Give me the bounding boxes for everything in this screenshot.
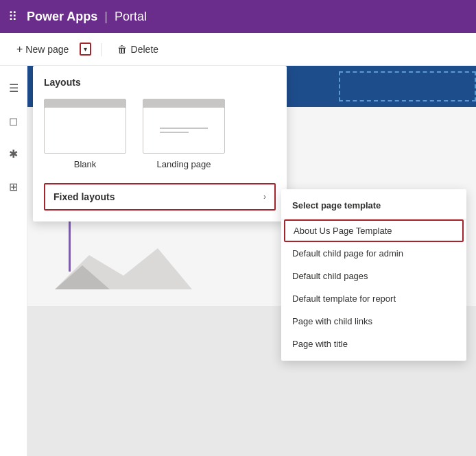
blank-layout-option[interactable]: Blank (44, 99, 126, 169)
landing-thumbnail (143, 99, 225, 154)
submenu-item-about-us[interactable]: About Us Page Template (284, 219, 464, 242)
fixed-layouts-chevron-icon: › (263, 192, 266, 202)
portal-label: Portal (115, 10, 147, 24)
landing-thumb-lines (160, 125, 209, 136)
topbar: ⠿ Power Apps | Portal (0, 0, 476, 33)
sidebar-icon-pages[interactable]: ☰ (3, 77, 25, 99)
submenu-item-page-title[interactable]: Page with title (281, 333, 466, 355)
plus-icon: + (16, 43, 23, 56)
toolbar: + New page ▾ | 🗑 Delete (0, 33, 476, 66)
sidebar-icon-components[interactable]: ◻ (3, 110, 25, 132)
thumb-line-1 (160, 128, 209, 129)
submenu-item-default-child-admin[interactable]: Default child page for admin (281, 242, 466, 265)
new-page-label: New page (25, 44, 69, 55)
sidebar-icon-grid[interactable]: ⊞ (3, 176, 25, 197)
portal-dashed-selection (339, 71, 476, 101)
chevron-down-icon: ▾ (84, 45, 87, 53)
app-name: Power Apps (27, 10, 97, 24)
submenu-panel: Select page template About Us Page Templ… (281, 189, 466, 361)
content-area: toso Contoso (27, 66, 476, 456)
landing-thumb-header (143, 99, 224, 108)
thumb-line-2 (160, 132, 189, 133)
landing-label: Landing page (157, 159, 211, 169)
delete-label: Delete (131, 44, 158, 55)
layout-options: Blank Landing page (44, 99, 276, 169)
fixed-layouts-item[interactable]: Fixed layouts › (44, 183, 276, 211)
submenu-item-default-child-pages[interactable]: Default child pages (281, 265, 466, 287)
blank-thumb-header (45, 99, 126, 108)
sidebar-icons: ☰ ◻ ✱ ⊞ (0, 66, 27, 456)
new-page-button[interactable]: + New page (11, 39, 74, 60)
mountain-decoration (55, 241, 192, 292)
delete-button[interactable]: 🗑 Delete (112, 40, 164, 59)
sidebar-icon-settings[interactable]: ✱ (3, 143, 25, 165)
submenu-header: Select page template (281, 195, 466, 219)
topbar-separator: | (104, 10, 108, 24)
submenu-item-default-report[interactable]: Default template for report (281, 287, 466, 310)
blank-thumb-body (45, 108, 126, 153)
new-page-dropdown: Layouts Blank (33, 66, 287, 221)
new-page-chevron-button[interactable]: ▾ (80, 43, 91, 56)
grid-icon: ⠿ (8, 9, 17, 24)
main-area: ☰ ◻ ✱ ⊞ toso Contoso (0, 66, 476, 456)
layouts-section-title: Layouts (44, 77, 276, 88)
fixed-layouts-label: Fixed layouts (53, 191, 115, 202)
landing-thumb-body (143, 108, 224, 153)
landing-layout-option[interactable]: Landing page (143, 99, 225, 169)
toolbar-separator: | (99, 41, 103, 57)
blank-thumbnail (44, 99, 126, 154)
trash-icon: 🗑 (117, 44, 127, 55)
blank-label: Blank (74, 159, 97, 169)
submenu-item-child-links[interactable]: Page with child links (281, 310, 466, 333)
